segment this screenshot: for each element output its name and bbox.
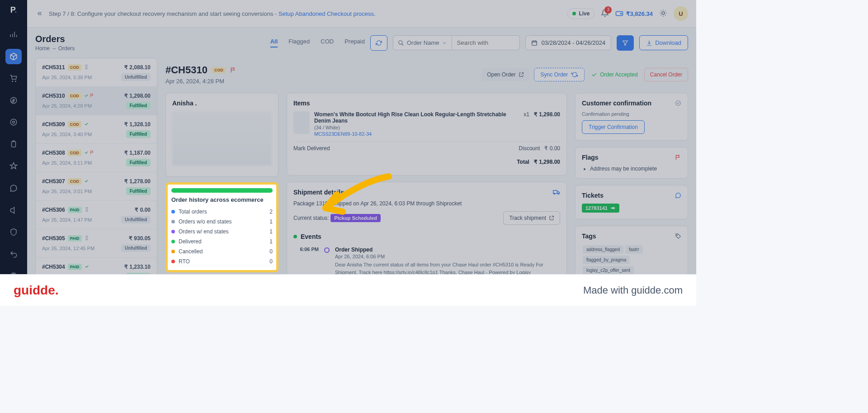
page-header: Orders Home → Orders All Flagged COD Pre…: [27, 28, 696, 58]
mark-delivered-link[interactable]: Mark Delivered: [293, 145, 330, 152]
order-detail: #CH5310 COD Apr 26, 2024, 4:28 PM Open O…: [165, 58, 688, 298]
history-row: Total orders2: [171, 207, 273, 217]
detail-order-id: #CH5310: [165, 64, 208, 76]
flag-icon: [230, 67, 236, 73]
order-accepted-status: Order Accepted: [589, 68, 639, 81]
sync-order-button[interactable]: Sync Order: [534, 68, 585, 81]
nav-shield[interactable]: [5, 224, 22, 240]
tab-all[interactable]: All: [270, 38, 278, 47]
open-order-button[interactable]: Open Order: [481, 68, 529, 81]
tag-chip[interactable]: address_flagged: [583, 245, 623, 254]
nav-revenue[interactable]: [5, 93, 22, 109]
order-list[interactable]: #CH5311COD ₹ 2,088.10 Apr 26, 2024, 5:38…: [35, 58, 157, 298]
tags-title: Tags: [582, 233, 681, 240]
cancel-order-button[interactable]: Cancel Order: [644, 68, 688, 81]
chat-icon[interactable]: [675, 192, 681, 199]
confirmation-title: Customer confirmation: [582, 100, 681, 107]
svg-point-7: [621, 13, 622, 14]
order-card[interactable]: #CH5311COD ₹ 2,088.10 Apr 26, 2024, 5:38…: [36, 58, 157, 87]
order-card[interactable]: #CH5305Paid ₹ 930.05 Apr 26, 2024, 12:45…: [36, 229, 157, 258]
history-row: Orders w/ end states1: [171, 227, 273, 237]
order-card[interactable]: #CH5309COD ₹ 1,328.10 Apr 26, 2024, 3:40…: [36, 115, 157, 144]
detail-pay-badge: COD: [212, 67, 226, 73]
nav-dashboard[interactable]: [5, 27, 22, 43]
banner-link[interactable]: Setup Abandoned Checkout process.: [278, 10, 376, 17]
order-card[interactable]: #CH5306Paid ₹ 0.00 Apr 26, 2024, 1:47 PM…: [36, 201, 157, 229]
item-sku[interactable]: MCSS23DEN89-10-82-34: [314, 131, 519, 137]
history-row: Cancelled0: [171, 247, 273, 256]
footer-bar: guidde. Made with guidde.com: [0, 274, 696, 306]
detail-date: Apr 26, 2024, 4:28 PM: [165, 78, 236, 85]
item-price: ₹ 1,298.00: [534, 111, 560, 137]
notification-icon[interactable]: 3: [601, 9, 609, 19]
truck-icon: [553, 189, 560, 196]
footer-text: Made with guidde.com: [583, 285, 683, 296]
refresh-button[interactable]: [370, 35, 387, 51]
nav-location[interactable]: [5, 114, 22, 130]
tickets-title: Tickets: [582, 192, 681, 199]
items-title: Items: [293, 100, 560, 107]
search-by-select[interactable]: Order Name: [393, 35, 453, 50]
history-row: RTO0: [171, 256, 273, 266]
order-card[interactable]: #CH5308COD ₹ 1,187.00 Apr 26, 2024, 3:11…: [36, 144, 157, 172]
svg-rect-3: [12, 142, 16, 147]
flags-card: Flags Address may be incomplete: [575, 147, 688, 179]
nav-chat[interactable]: [5, 180, 22, 196]
live-badge: Live: [567, 8, 594, 19]
wallet-balance[interactable]: ₹3,826.34: [615, 9, 653, 18]
events-title: Events: [293, 233, 560, 240]
svg-point-8: [662, 12, 665, 14]
breadcrumb: Home → Orders: [35, 45, 75, 52]
history-row: Delivered1: [171, 237, 273, 247]
user-avatar[interactable]: U: [674, 6, 688, 21]
nav-orders[interactable]: [5, 49, 22, 65]
svg-point-12: [677, 235, 678, 236]
confirmation-card: Customer confirmation Confirmation pendi…: [575, 93, 688, 141]
banner-collapse-icon[interactable]: [35, 9, 44, 18]
tab-cod[interactable]: COD: [321, 38, 334, 47]
order-card[interactable]: #CH5310COD ₹ 1,298.00 Apr 26, 2024, 4:28…: [36, 87, 157, 115]
tag-icon: [675, 233, 681, 239]
history-title: Order history across ecommerce: [171, 196, 273, 203]
notification-badge: 3: [604, 6, 612, 14]
top-banner: Step 7 / 8: Configure your checkout reco…: [27, 0, 696, 28]
item-variant: (34 / White): [314, 125, 519, 130]
nav-cart[interactable]: [5, 71, 22, 86]
trigger-confirmation-button[interactable]: Trigger Confirmation: [582, 120, 645, 134]
nav-undo[interactable]: [5, 246, 22, 262]
item-qty: x1: [524, 111, 529, 137]
track-shipment-button[interactable]: Track shipment: [503, 211, 560, 225]
banner-text: Step 7 / 8: Configure your checkout reco…: [49, 10, 376, 17]
tag-chip[interactable]: logisy_c2p_offer_sent: [583, 266, 634, 275]
nav-clipboard[interactable]: [5, 137, 22, 152]
nav-star[interactable]: [5, 158, 22, 174]
svg-rect-10: [532, 41, 537, 45]
search-input[interactable]: [452, 35, 520, 50]
tag-chip[interactable]: flagged_by_pragma: [583, 256, 630, 264]
filter-button[interactable]: [617, 35, 634, 51]
order-card[interactable]: #CH5307COD ₹ 1,278.00 Apr 26, 2024, 3:01…: [36, 172, 157, 201]
tag-chip[interactable]: fastrr: [625, 245, 643, 254]
ticket-badge[interactable]: 12783141: [582, 204, 619, 213]
tab-prepaid[interactable]: Prepaid: [344, 38, 365, 47]
nav-megaphone[interactable]: [5, 202, 22, 218]
date-range-picker[interactable]: 03/28/2024 - 04/26/2024: [525, 35, 611, 50]
download-button[interactable]: Download: [639, 35, 688, 50]
flag-item: Address may be incomplete: [590, 166, 681, 172]
customer-name: Anisha .: [172, 100, 272, 107]
tab-flagged[interactable]: Flagged: [288, 38, 310, 47]
tabs: All Flagged COD Prepaid: [270, 38, 365, 47]
flag-icon: [675, 154, 681, 161]
guidde-logo: guidde.: [14, 283, 59, 298]
page-title: Orders: [35, 34, 75, 44]
tickets-card: Tickets 12783141: [575, 185, 688, 219]
app-logo: P.: [0, 4, 27, 20]
theme-icon[interactable]: [659, 9, 667, 19]
order-history-card: Order history across ecommerce Total ord…: [165, 182, 278, 272]
event-row: 6:06 PMOrder ShippedApr 26, 2024, 6:06 P…: [293, 247, 560, 276]
flags-title: Flags: [582, 154, 681, 161]
svg-point-11: [676, 101, 681, 106]
items-card: Items Women's White Bootcut High Rise Cl…: [287, 93, 567, 176]
confirmation-pending: Confirmation pending: [582, 111, 681, 117]
item-name: Women's White Bootcut High Rise Clean Lo…: [314, 111, 519, 124]
